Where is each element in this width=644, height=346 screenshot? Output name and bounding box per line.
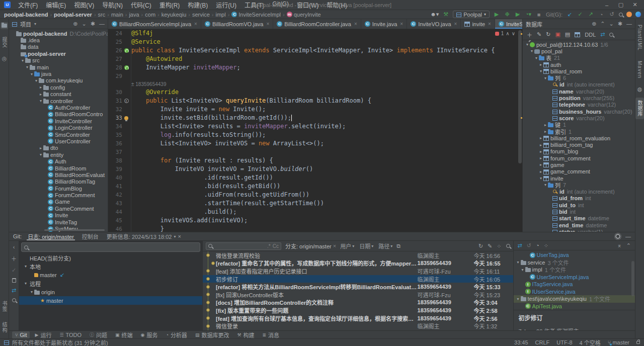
- branch-item[interactable]: ▾本地: [19, 262, 202, 271]
- branch-item[interactable]: master↙: [19, 271, 202, 279]
- breadcrumb-item[interactable]: java: [129, 12, 139, 18]
- locate-icon[interactable]: ⊕: [592, 21, 596, 27]
- user-profile-icon[interactable]: ☻▾: [430, 11, 439, 18]
- editor-tab[interactable]: CInviteVO.java×: [407, 19, 461, 29]
- collapse-icon[interactable]: ⌄: [609, 21, 614, 27]
- close-icon[interactable]: ×: [266, 21, 269, 27]
- branch-filter-chip[interactable]: 分支: origin/master×: [285, 242, 336, 250]
- menu-item[interactable]: 构建(B): [184, 0, 211, 10]
- add-datasource-icon[interactable]: ＋: [527, 31, 532, 39]
- commit-row[interactable]: 微信登录临渊阁主今天 1:32: [203, 322, 513, 330]
- tree-item[interactable]: ▸game_comment: [523, 168, 635, 175]
- commit-stripe-button[interactable]: 提交: [0, 34, 9, 50]
- tree-item[interactable]: CSysMenu: [9, 225, 108, 232]
- chevron-icon[interactable]: ▾: [38, 152, 43, 157]
- tree-item[interactable]: CApiTest.java: [514, 303, 635, 310]
- commit-row[interactable]: 初步修订临渊阁主今天 16:05: [203, 275, 513, 283]
- tree-item[interactable]: ▾列6: [523, 74, 635, 81]
- git-branch-widget[interactable]: ⑂ master: [608, 339, 629, 345]
- tree-item[interactable]: CGameComment: [9, 205, 108, 212]
- tree-item[interactable]: ▸forum_comment: [523, 155, 635, 161]
- chevron-icon[interactable]: ▾: [534, 56, 539, 60]
- favorite-filter-icon[interactable]: ⧉: [396, 243, 400, 249]
- breadcrumb-item[interactable]: service: [192, 12, 210, 18]
- tree-item[interactable]: statusvarchar(1): [523, 228, 635, 232]
- chevron-icon[interactable]: ▾: [29, 72, 34, 76]
- editor-tab[interactable]: invite×: [461, 19, 495, 29]
- tree-item[interactable]: ▾controller: [9, 98, 108, 104]
- tree-item[interactable]: IITagService.java: [514, 281, 635, 288]
- tree-item[interactable]: CLoginController: [9, 124, 108, 131]
- delete-branch-icon[interactable]: [12, 278, 16, 283]
- chevron-icon[interactable]: ▸: [38, 92, 43, 97]
- tree-item[interactable]: ▸constant: [9, 91, 108, 98]
- tree-item[interactable]: CInviteController: [9, 118, 108, 124]
- tree-item[interactable]: namevarchar(20): [523, 88, 635, 95]
- log-filter-dropdown[interactable]: 用户▾: [340, 242, 354, 250]
- tree-item[interactable]: ▸键1: [523, 122, 635, 128]
- git-history-button[interactable]: ◔: [598, 11, 605, 18]
- branch-item[interactable]: HEAD(当前分支): [19, 253, 202, 262]
- tree-item[interactable]: ▾pool_pal: [523, 48, 635, 54]
- tree-item[interactable]: poolpal-backendD:\Code\PoolPal-back: [9, 30, 108, 37]
- close-button[interactable]: ✕: [628, 1, 642, 10]
- next-error-icon[interactable]: ∨: [512, 31, 515, 36]
- log-filter-dropdown[interactable]: 路径▾: [378, 242, 392, 250]
- breadcrumb-item[interactable]: main: [111, 12, 123, 18]
- git-push-button[interactable]: ↗: [587, 11, 594, 18]
- tree-item[interactable]: ▸game: [523, 161, 635, 168]
- toolwindow-tab-msg[interactable]: ≣消息: [259, 331, 282, 338]
- toolwindow-tab-db[interactable]: ▤数据库更改: [192, 331, 232, 338]
- maximize-button[interactable]: ▢: [614, 1, 628, 10]
- notifications-bell-icon[interactable]: ◍: [637, 86, 642, 93]
- match-case-toggle[interactable]: Cc: [273, 243, 279, 249]
- menu-item[interactable]: 文件(F): [15, 0, 41, 10]
- chevron-icon[interactable]: ▾: [543, 183, 548, 187]
- rollback-icon[interactable]: ↺: [527, 242, 531, 249]
- close-icon[interactable]: ×: [488, 21, 491, 27]
- git-rollback-button[interactable]: ↺: [608, 11, 615, 18]
- build-hammer-icon[interactable]: ⚒: [442, 11, 449, 18]
- git-commit-button[interactable]: ✓: [577, 11, 584, 18]
- tree-item[interactable]: end_timedatetime: [523, 222, 635, 228]
- menu-item[interactable]: 视图(V): [70, 0, 98, 10]
- maven-stripe-button[interactable]: Maven: [636, 58, 643, 81]
- chevron-icon[interactable]: ▸: [38, 85, 43, 90]
- tree-item[interactable]: uid_fromint: [523, 195, 635, 202]
- breadcrumb-item[interactable]: com: [145, 12, 155, 18]
- tree-item[interactable]: CBilliardRoomContro: [9, 111, 108, 118]
- run-button[interactable]: ▶: [493, 11, 500, 18]
- tree-item[interactable]: CAuthController: [9, 104, 108, 111]
- tree-item[interactable]: .idea: [9, 37, 108, 43]
- tree-item[interactable]: IIUserService.java: [514, 288, 635, 296]
- chevron-icon[interactable]: ▾: [516, 297, 521, 301]
- tree-item[interactable]: CBilliardRoomTag: [9, 179, 108, 185]
- chevron-icon[interactable]: ▾: [529, 49, 534, 53]
- collapse-panel-icon[interactable]: ‹: [13, 244, 15, 250]
- edit-source-icon[interactable]: ✎: [537, 31, 541, 38]
- tree-item[interactable]: poolpal-server: [9, 50, 108, 57]
- tree-item[interactable]: ▸auth: [523, 61, 635, 68]
- chevron-icon[interactable]: ▸: [538, 169, 543, 174]
- commit-row[interactable]: [refactor] 将相关方法从BilliardRoomServiceImpl…: [203, 283, 513, 291]
- tree-item[interactable]: uid_toint: [523, 202, 635, 208]
- project-panel-title[interactable]: 项目: [20, 20, 31, 28]
- settings-gear-icon[interactable]: [615, 234, 620, 239]
- toolwindow-tab-list[interactable]: ☰TODO: [56, 331, 85, 338]
- tree-item[interactable]: CForumComment: [9, 192, 108, 198]
- files-scrollbar[interactable]: [631, 261, 634, 296]
- tree-item[interactable]: ▾src: [9, 57, 108, 64]
- chevron-icon[interactable]: ▸: [538, 136, 543, 140]
- file-encoding[interactable]: UTF-8: [556, 339, 572, 345]
- refresh-icon[interactable]: ↻: [546, 31, 550, 38]
- settings-gear-icon[interactable]: ✱: [91, 21, 95, 27]
- jump-to-source-icon[interactable]: ⇄: [518, 242, 522, 249]
- chevron-icon[interactable]: ▾: [34, 78, 39, 83]
- close-icon[interactable]: ×: [194, 21, 197, 27]
- query-console-icon[interactable]: ▤: [565, 31, 570, 38]
- tree-item[interactable]: ▾test\java\com\keyukeqiu1 个文件: [514, 295, 635, 303]
- tree-item[interactable]: ▾billiard_room: [523, 68, 635, 74]
- tree-item[interactable]: CAuth: [9, 158, 108, 164]
- inspection-widget[interactable]: 1 ∧ ∨: [495, 31, 515, 36]
- tree-item[interactable]: CBilliardRoom: [9, 165, 108, 171]
